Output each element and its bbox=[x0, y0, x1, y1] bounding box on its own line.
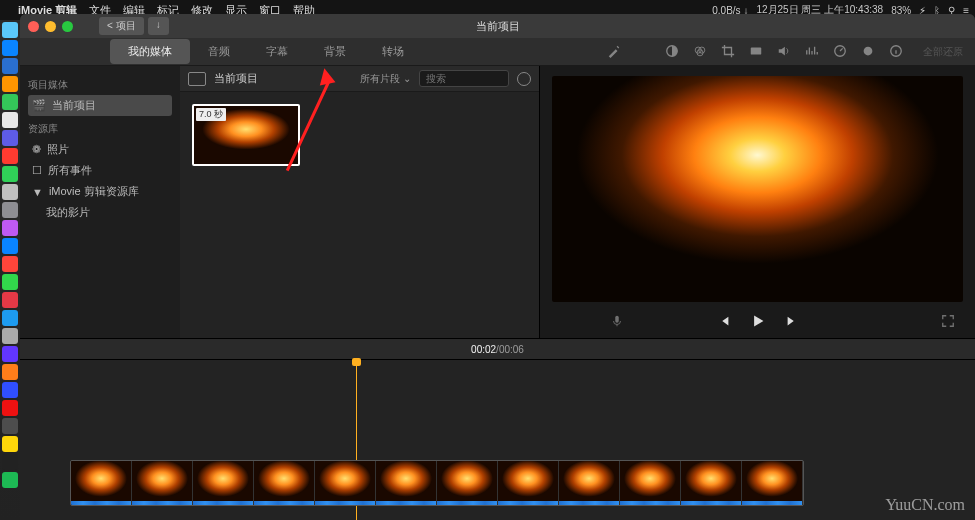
sidebar-item-my-movies[interactable]: 我的影片 bbox=[28, 202, 172, 223]
import-button[interactable]: ↓ bbox=[148, 17, 169, 35]
clip-thumbnail[interactable]: 7.0 秒 bbox=[192, 104, 300, 166]
play-button[interactable] bbox=[751, 314, 765, 330]
film-icon: 🎬 bbox=[32, 99, 46, 112]
dock-app-icon[interactable] bbox=[2, 40, 18, 56]
svg-rect-4 bbox=[751, 47, 762, 54]
dock-app-icon[interactable] bbox=[2, 220, 18, 236]
dock-app-icon[interactable] bbox=[2, 148, 18, 164]
window-titlebar: < 项目 ↓ 当前项目 bbox=[20, 14, 975, 38]
dock-app-icon[interactable] bbox=[2, 22, 18, 38]
prev-frame-button[interactable] bbox=[717, 314, 731, 330]
timeline-clip[interactable] bbox=[315, 461, 376, 506]
clip-browser: 当前项目 所有片段 ⌄ 7.0 秒 bbox=[180, 66, 540, 338]
dock-app-icon[interactable] bbox=[2, 418, 18, 434]
magic-wand-icon[interactable] bbox=[607, 44, 621, 60]
crop-icon[interactable] bbox=[721, 44, 735, 60]
dock-app-icon[interactable] bbox=[2, 76, 18, 92]
preview-canvas[interactable] bbox=[552, 76, 963, 302]
dock-app-icon[interactable] bbox=[2, 310, 18, 326]
info-icon[interactable] bbox=[889, 44, 903, 60]
tab-my-media[interactable]: 我的媒体 bbox=[110, 39, 190, 64]
time-display: 00:02 / 00:06 bbox=[20, 338, 975, 360]
dock-app-icon[interactable] bbox=[2, 130, 18, 146]
dock-app-icon[interactable] bbox=[2, 328, 18, 344]
sidebar-item-label: 所有事件 bbox=[48, 163, 92, 178]
window-title: 当前项目 bbox=[476, 19, 520, 34]
volume-icon[interactable] bbox=[777, 44, 791, 60]
timeline-clip[interactable] bbox=[254, 461, 315, 506]
dock-app-icon[interactable] bbox=[2, 292, 18, 308]
dock-app-icon[interactable] bbox=[2, 274, 18, 290]
timeline-clip[interactable] bbox=[71, 461, 132, 506]
fullscreen-icon[interactable] bbox=[941, 314, 955, 330]
timeline-clip[interactable] bbox=[132, 461, 193, 506]
dock-app-icon[interactable] bbox=[2, 238, 18, 254]
back-to-projects-button[interactable]: < 项目 bbox=[99, 17, 144, 35]
disclosure-triangle-icon: ▼ bbox=[32, 186, 43, 198]
timeline-clip[interactable] bbox=[437, 461, 498, 506]
timeline[interactable] bbox=[20, 360, 975, 520]
star-icon: ☐ bbox=[32, 164, 42, 177]
sidebar-item-label: 照片 bbox=[47, 142, 69, 157]
dock-app-icon[interactable] bbox=[2, 58, 18, 74]
noise-eq-icon[interactable] bbox=[805, 44, 819, 60]
dock-app-icon[interactable] bbox=[2, 346, 18, 362]
browser-header: 当前项目 所有片段 ⌄ bbox=[180, 66, 539, 92]
tab-titles[interactable]: 字幕 bbox=[248, 39, 306, 64]
filter-dropdown[interactable]: 所有片段 ⌄ bbox=[360, 72, 411, 86]
top-toolbar: 我的媒体 音频 字幕 背景 转场 全部还原 bbox=[20, 38, 975, 66]
video-track[interactable] bbox=[70, 460, 804, 506]
dock-app-icon[interactable] bbox=[2, 364, 18, 380]
browser-body[interactable]: 7.0 秒 bbox=[180, 92, 539, 338]
voiceover-icon[interactable] bbox=[610, 314, 624, 330]
svg-point-6 bbox=[864, 46, 873, 55]
clip-duration-badge: 7.0 秒 bbox=[196, 108, 226, 121]
duration-toggle-icon[interactable] bbox=[517, 72, 531, 86]
tab-audio[interactable]: 音频 bbox=[190, 39, 248, 64]
timeline-clip[interactable] bbox=[559, 461, 620, 506]
mid-section: 项目媒体 🎬 当前项目 资源库 ❁ 照片 ☐ 所有事件 ▼ iMovie 剪辑资… bbox=[20, 66, 975, 338]
timeline-clip[interactable] bbox=[620, 461, 681, 506]
timeline-clip[interactable] bbox=[742, 461, 803, 506]
dock-app-icon[interactable] bbox=[2, 400, 18, 416]
dock-app-icon[interactable] bbox=[2, 454, 18, 470]
color-balance-icon[interactable] bbox=[665, 44, 679, 60]
dock-app-icon[interactable] bbox=[2, 166, 18, 182]
sidebar-item-all-events[interactable]: ☐ 所有事件 bbox=[28, 160, 172, 181]
dock-app-icon[interactable] bbox=[2, 94, 18, 110]
dock-app-icon[interactable] bbox=[2, 382, 18, 398]
sidebar-item-label: 当前项目 bbox=[52, 98, 96, 113]
reset-all-button[interactable]: 全部还原 bbox=[923, 45, 963, 59]
sidebar-item-imovie-library[interactable]: ▼ iMovie 剪辑资源库 bbox=[28, 181, 172, 202]
timeline-clip[interactable] bbox=[681, 461, 742, 506]
timeline-clip[interactable] bbox=[498, 461, 559, 506]
minimize-traffic-light[interactable] bbox=[45, 21, 56, 32]
stabilization-icon[interactable] bbox=[749, 44, 763, 60]
speed-icon[interactable] bbox=[833, 44, 847, 60]
timeline-clip[interactable] bbox=[193, 461, 254, 506]
dock-app-icon[interactable] bbox=[2, 472, 18, 488]
view-mode-icon[interactable] bbox=[188, 72, 206, 86]
tab-transitions[interactable]: 转场 bbox=[364, 39, 422, 64]
watermark: YuuCN.com bbox=[885, 496, 965, 514]
close-traffic-light[interactable] bbox=[28, 21, 39, 32]
timeline-clip[interactable] bbox=[376, 461, 437, 506]
preview-viewer bbox=[540, 66, 975, 338]
sidebar-item-photos[interactable]: ❁ 照片 bbox=[28, 139, 172, 160]
dock-app-icon[interactable] bbox=[2, 112, 18, 128]
color-correction-icon[interactable] bbox=[693, 44, 707, 60]
tab-backgrounds[interactable]: 背景 bbox=[306, 39, 364, 64]
total-time: 00:06 bbox=[499, 344, 524, 355]
dock-app-icon[interactable] bbox=[2, 184, 18, 200]
sidebar-header-libraries: 资源库 bbox=[28, 122, 172, 136]
dock-app-icon[interactable] bbox=[2, 256, 18, 272]
sidebar-item-current-project[interactable]: 🎬 当前项目 bbox=[28, 95, 172, 116]
dock-app-icon[interactable] bbox=[2, 202, 18, 218]
adjust-toolbar: 全部还原 bbox=[595, 44, 975, 60]
dock-app-icon[interactable] bbox=[2, 436, 18, 452]
zoom-traffic-light[interactable] bbox=[62, 21, 73, 32]
photos-icon: ❁ bbox=[32, 143, 41, 156]
filter-icon[interactable] bbox=[861, 44, 875, 60]
search-input[interactable] bbox=[419, 70, 509, 87]
next-frame-button[interactable] bbox=[785, 314, 799, 330]
